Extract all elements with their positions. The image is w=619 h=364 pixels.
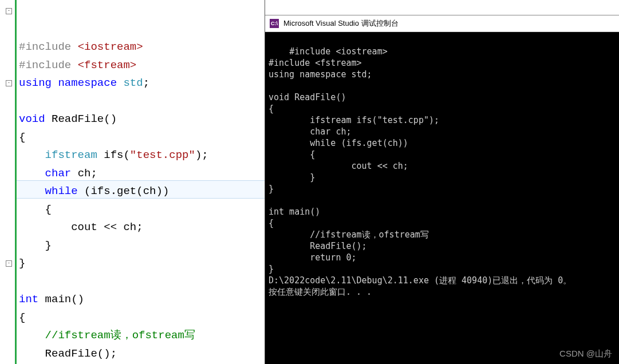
fold-toggle-icon[interactable]: - [6,80,12,86]
code-token: <iostream> [78,41,143,53]
code-editor-pane: --- #include <iostream>#include <fstream… [0,0,265,364]
code-token: ); [195,149,208,161]
code-token: ( [123,149,129,161]
code-token: ; [90,167,97,180]
code-line[interactable]: } [19,237,265,255]
console-top-gap [265,0,619,15]
code-line[interactable]: int main() [19,291,265,309]
code-line[interactable]: #include <fstream> [19,57,265,75]
code-token [19,221,71,234]
code-token: ifs [104,149,123,161]
code-line[interactable]: #include <iostream> [19,38,265,57]
console-pane: C:\ Microsoft Visual Studio 调试控制台 #inclu… [265,0,619,364]
code-token: } [19,239,52,252]
code-token: << [97,221,124,234]
fold-toggle-icon[interactable]: - [6,8,12,14]
code-token [19,167,45,180]
code-token: std [123,77,143,89]
console-text: #include <iostream> #include <fstream> u… [269,46,571,297]
code-token: //ifstream读，ofstream写 [45,329,195,342]
watermark: CSDN @山舟 [559,348,612,359]
code-line[interactable]: ReadFile(); [19,345,265,363]
fold-toggle-icon[interactable]: - [6,260,12,267]
code-line[interactable]: using namespace std; [19,74,265,93]
code-token: { [19,203,52,216]
code-token: () [104,113,117,125]
code-line[interactable] [19,93,265,111]
code-token: )) [156,185,169,197]
code-line[interactable]: cout << ch; [19,219,265,237]
code-line[interactable]: { [19,201,265,219]
code-line[interactable]: { [19,129,265,147]
code-token [19,149,45,161]
code-token: ( [136,185,143,197]
code-token: main [45,293,72,306]
code-token [19,347,45,360]
console-output[interactable]: #include <iostream> #include <fstream> u… [265,32,619,364]
code-token: int [19,293,45,306]
code-token: ; [136,221,143,234]
code-token: ch [123,221,136,234]
code-token: namespace [58,77,123,89]
code-token [19,185,45,197]
console-titlebar[interactable]: C:\ Microsoft Visual Studio 调试控制台 [265,15,619,32]
code-token: ch [143,185,156,197]
code-line[interactable] [19,273,265,291]
code-token: { [19,311,25,324]
code-token: ( [84,185,90,197]
code-line[interactable]: { [19,309,265,327]
code-line[interactable]: } [19,255,265,273]
code-token: #include [19,41,78,53]
console-title: Microsoft Visual Studio 调试控制台 [283,18,399,29]
editor-gutter: --- [0,0,15,364]
code-line[interactable]: char ch; [19,165,265,183]
code-line[interactable]: void ReadFile() [19,110,265,129]
code-token: using [19,77,58,89]
code-token: while [45,185,84,197]
code-line[interactable]: //ifstream读，ofstream写 [19,327,265,345]
vs-icon: C:\ [270,19,279,28]
code-token: get [117,185,136,197]
code-token: } [19,257,25,270]
code-token: ReadFile [52,113,104,125]
code-token: ch [78,167,91,180]
code-token: "test.cpp" [130,149,195,161]
code-token: void [19,113,52,125]
code-area[interactable]: #include <iostream>#include <fstream>usi… [15,0,265,364]
code-token: (); [97,347,117,360]
code-token [19,329,45,342]
code-token: ifstream [45,149,104,161]
code-token: ; [143,77,149,89]
code-token: #include [19,59,78,72]
code-token: char [45,167,78,180]
code-token: . [111,185,117,197]
code-token: ifs [90,185,110,197]
code-token: ReadFile [45,347,97,360]
code-line[interactable]: ifstream ifs("test.cpp"); [19,147,265,165]
code-token: { [19,131,25,144]
code-token: cout [71,221,97,234]
code-line[interactable]: while (ifs.get(ch)) [19,183,265,201]
code-token: <fstream> [78,59,137,72]
code-token: () [71,293,84,306]
